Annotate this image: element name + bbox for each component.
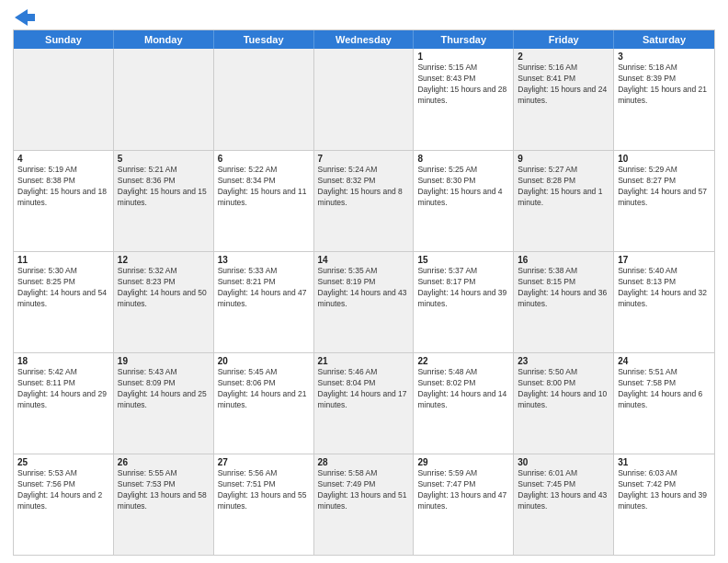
logo-arrow-icon: [15, 9, 35, 26]
daylight-info: Sunrise: 5:43 AM: [118, 367, 210, 378]
day-number: 13: [218, 255, 310, 265]
daylight-info: Sunrise: 6:01 AM: [518, 468, 609, 479]
calendar-cell-19: 19Sunrise: 5:43 AMSunset: 8:09 PMDayligh…: [114, 353, 214, 454]
calendar-week-3: 11Sunrise: 5:30 AMSunset: 8:25 PMDayligh…: [14, 251, 714, 352]
calendar-week-4: 18Sunrise: 5:42 AMSunset: 8:11 PMDayligh…: [14, 352, 714, 454]
daylight-info: Sunrise: 5:19 AM: [17, 165, 109, 176]
daylight-info: Daylight: 15 hours and 18 minutes.: [17, 187, 109, 209]
daylight-info: Sunset: 8:06 PM: [218, 378, 310, 389]
daylight-info: Daylight: 14 hours and 54 minutes.: [17, 288, 109, 310]
daylight-info: Daylight: 13 hours and 43 minutes.: [518, 490, 609, 512]
calendar-week-1: 1Sunrise: 5:15 AMSunset: 8:43 PMDaylight…: [14, 49, 714, 150]
daylight-info: Sunset: 8:34 PM: [218, 176, 310, 187]
daylight-info: Sunset: 8:15 PM: [518, 277, 609, 288]
daylight-info: Sunset: 7:47 PM: [417, 479, 509, 490]
daylight-info: Sunrise: 5:50 AM: [518, 367, 609, 378]
daylight-info: Sunrise: 5:18 AM: [618, 63, 711, 74]
daylight-info: Sunset: 8:21 PM: [218, 277, 310, 288]
daylight-info: Sunset: 7:53 PM: [118, 479, 210, 490]
daylight-info: Sunrise: 5:46 AM: [318, 367, 410, 378]
daylight-info: Sunrise: 5:25 AM: [417, 165, 509, 176]
daylight-info: Sunset: 8:28 PM: [518, 176, 609, 187]
logo: [13, 9, 35, 24]
calendar-cell-11: 11Sunrise: 5:30 AMSunset: 8:25 PMDayligh…: [14, 252, 114, 352]
calendar-cell-13: 13Sunrise: 5:33 AMSunset: 8:21 PMDayligh…: [214, 252, 314, 352]
daylight-info: Daylight: 15 hours and 24 minutes.: [518, 85, 609, 107]
calendar-cell-8: 8Sunrise: 5:25 AMSunset: 8:30 PMDaylight…: [414, 151, 514, 251]
calendar-cell-18: 18Sunrise: 5:42 AMSunset: 8:11 PMDayligh…: [14, 353, 114, 454]
daylight-info: Sunrise: 5:40 AM: [618, 266, 711, 277]
calendar-cell-17: 17Sunrise: 5:40 AMSunset: 8:13 PMDayligh…: [614, 252, 714, 352]
daylight-info: Sunset: 8:02 PM: [417, 378, 509, 389]
daylight-info: Daylight: 14 hours and 2 minutes.: [17, 490, 109, 512]
day-number: 10: [618, 154, 711, 164]
daylight-info: Daylight: 13 hours and 55 minutes.: [218, 490, 310, 512]
calendar-cell-2: 2Sunrise: 5:16 AMSunset: 8:41 PMDaylight…: [514, 49, 614, 150]
daylight-info: Daylight: 15 hours and 4 minutes.: [417, 187, 509, 209]
daylight-info: Sunrise: 6:03 AM: [618, 468, 711, 479]
daylight-info: Sunset: 8:27 PM: [618, 176, 711, 187]
daylight-info: Daylight: 14 hours and 43 minutes.: [318, 288, 410, 310]
daylight-info: Sunset: 7:51 PM: [218, 479, 310, 490]
daylight-info: Daylight: 14 hours and 25 minutes.: [118, 389, 210, 411]
daylight-info: Sunset: 7:45 PM: [518, 479, 609, 490]
calendar-cell-16: 16Sunrise: 5:38 AMSunset: 8:15 PMDayligh…: [514, 252, 614, 352]
daylight-info: Daylight: 15 hours and 21 minutes.: [618, 85, 711, 107]
calendar-cell-5: 5Sunrise: 5:21 AMSunset: 8:36 PMDaylight…: [114, 151, 214, 251]
header-day-saturday: Saturday: [614, 30, 714, 49]
daylight-info: Daylight: 15 hours and 11 minutes.: [218, 187, 310, 209]
daylight-info: Sunrise: 5:32 AM: [118, 266, 210, 277]
day-number: 21: [318, 356, 410, 366]
calendar-cell-10: 10Sunrise: 5:29 AMSunset: 8:27 PMDayligh…: [614, 151, 714, 251]
day-number: 25: [17, 457, 109, 467]
daylight-info: Daylight: 14 hours and 29 minutes.: [17, 389, 109, 411]
calendar-cell-28: 28Sunrise: 5:58 AMSunset: 7:49 PMDayligh…: [314, 454, 415, 555]
calendar-cell-25: 25Sunrise: 5:53 AMSunset: 7:56 PMDayligh…: [14, 454, 114, 555]
calendar-week-2: 4Sunrise: 5:19 AMSunset: 8:38 PMDaylight…: [14, 150, 714, 251]
daylight-info: Daylight: 14 hours and 21 minutes.: [218, 389, 310, 411]
day-number: 23: [518, 356, 609, 366]
daylight-info: Sunset: 8:11 PM: [17, 378, 109, 389]
daylight-info: Sunset: 8:25 PM: [17, 277, 109, 288]
daylight-info: Sunrise: 5:55 AM: [118, 468, 210, 479]
day-number: 11: [17, 255, 109, 265]
day-number: 14: [318, 255, 410, 265]
daylight-info: Sunset: 8:00 PM: [518, 378, 609, 389]
daylight-info: Sunset: 8:39 PM: [618, 74, 711, 85]
day-number: 5: [118, 154, 210, 164]
daylight-info: Sunrise: 5:27 AM: [518, 165, 609, 176]
day-number: 19: [118, 356, 210, 366]
daylight-info: Sunrise: 5:56 AM: [218, 468, 310, 479]
day-number: 22: [417, 356, 509, 366]
daylight-info: Daylight: 14 hours and 39 minutes.: [417, 288, 509, 310]
header-day-monday: Monday: [114, 30, 214, 49]
daylight-info: Sunset: 7:56 PM: [17, 479, 109, 490]
daylight-info: Daylight: 15 hours and 8 minutes.: [318, 187, 410, 209]
daylight-info: Sunrise: 5:38 AM: [518, 266, 609, 277]
calendar-cell-1: 1Sunrise: 5:15 AMSunset: 8:43 PMDaylight…: [414, 49, 514, 150]
calendar-cell-23: 23Sunrise: 5:50 AMSunset: 8:00 PMDayligh…: [514, 353, 614, 454]
daylight-info: Daylight: 13 hours and 58 minutes.: [118, 490, 210, 512]
day-number: 7: [318, 154, 410, 164]
day-number: 12: [118, 255, 210, 265]
day-number: 31: [618, 457, 711, 467]
daylight-info: Sunrise: 5:42 AM: [17, 367, 109, 378]
daylight-info: Sunset: 8:17 PM: [417, 277, 509, 288]
daylight-info: Sunset: 8:41 PM: [518, 74, 609, 85]
header-day-friday: Friday: [514, 30, 614, 49]
day-number: 16: [518, 255, 609, 265]
daylight-info: Sunset: 8:04 PM: [318, 378, 410, 389]
calendar-week-5: 25Sunrise: 5:53 AMSunset: 7:56 PMDayligh…: [14, 454, 714, 555]
daylight-info: Daylight: 14 hours and 47 minutes.: [218, 288, 310, 310]
calendar-cell-31: 31Sunrise: 6:03 AMSunset: 7:42 PMDayligh…: [614, 454, 714, 555]
calendar-cell-empty-w0c0: [14, 49, 114, 150]
daylight-info: Daylight: 14 hours and 57 minutes.: [618, 187, 711, 209]
calendar-cell-12: 12Sunrise: 5:32 AMSunset: 8:23 PMDayligh…: [114, 252, 214, 352]
daylight-info: Sunrise: 5:24 AM: [318, 165, 410, 176]
header-day-tuesday: Tuesday: [214, 30, 314, 49]
daylight-info: Daylight: 15 hours and 15 minutes.: [118, 187, 210, 209]
calendar-page: SundayMondayTuesdayWednesdayThursdayFrid…: [0, 0, 728, 563]
daylight-info: Sunrise: 5:15 AM: [417, 63, 509, 74]
page-header: [13, 9, 715, 24]
day-number: 24: [618, 356, 711, 366]
